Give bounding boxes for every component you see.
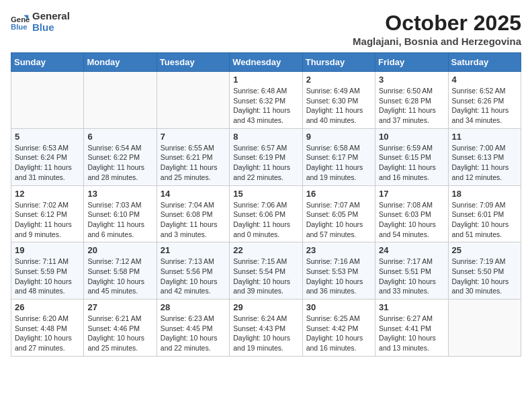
calendar-week-row: 26Sunrise: 6:20 AM Sunset: 4:48 PM Dayli…: [11, 300, 521, 357]
logo-text-general: General: [32, 11, 70, 22]
day-number: 7: [161, 132, 226, 142]
calendar-day: 5Sunrise: 6:53 AM Sunset: 6:24 PM Daylig…: [11, 128, 84, 185]
day-info: Sunrise: 6:55 AM Sunset: 6:21 PM Dayligh…: [161, 143, 226, 183]
title-block: October 2025 Maglajani, Bosnia and Herze…: [353, 11, 521, 47]
calendar-day: 16Sunrise: 7:07 AM Sunset: 6:05 PM Dayli…: [302, 185, 375, 242]
calendar-day: 3Sunrise: 6:50 AM Sunset: 6:28 PM Daylig…: [375, 72, 448, 129]
day-info: Sunrise: 7:06 AM Sunset: 6:06 PM Dayligh…: [233, 200, 298, 240]
calendar-day: 6Sunrise: 6:54 AM Sunset: 6:22 PM Daylig…: [84, 128, 157, 185]
svg-text:Blue: Blue: [11, 22, 28, 30]
day-number: 12: [15, 189, 80, 199]
day-info: Sunrise: 6:59 AM Sunset: 6:15 PM Dayligh…: [379, 143, 444, 183]
day-info: Sunrise: 6:25 AM Sunset: 4:42 PM Dayligh…: [306, 314, 371, 353]
calendar-day: 4Sunrise: 6:52 AM Sunset: 6:26 PM Daylig…: [448, 72, 521, 129]
day-number: 28: [161, 302, 226, 312]
day-number: 26: [15, 302, 80, 312]
calendar-day: 28Sunrise: 6:23 AM Sunset: 4:45 PM Dayli…: [157, 300, 229, 357]
calendar-empty: [448, 300, 521, 357]
calendar-week-row: 19Sunrise: 7:11 AM Sunset: 5:59 PM Dayli…: [11, 242, 521, 300]
day-info: Sunrise: 6:27 AM Sunset: 4:41 PM Dayligh…: [379, 314, 444, 353]
day-number: 24: [379, 245, 444, 255]
day-info: Sunrise: 6:20 AM Sunset: 4:48 PM Dayligh…: [15, 314, 80, 353]
calendar-day: 20Sunrise: 7:12 AM Sunset: 5:58 PM Dayli…: [84, 242, 157, 300]
calendar-week-row: 1Sunrise: 6:48 AM Sunset: 6:32 PM Daylig…: [11, 72, 521, 129]
calendar-day: 26Sunrise: 6:20 AM Sunset: 4:48 PM Dayli…: [11, 300, 84, 357]
calendar-day: 14Sunrise: 7:04 AM Sunset: 6:08 PM Dayli…: [157, 185, 229, 242]
day-number: 6: [87, 132, 152, 142]
weekday-header: Monday: [84, 53, 157, 72]
day-number: 20: [87, 245, 152, 255]
day-info: Sunrise: 6:53 AM Sunset: 6:24 PM Dayligh…: [15, 143, 80, 183]
weekday-header: Tuesday: [157, 53, 229, 72]
calendar-day: 15Sunrise: 7:06 AM Sunset: 6:06 PM Dayli…: [230, 185, 302, 242]
calendar-day: 29Sunrise: 6:24 AM Sunset: 4:43 PM Dayli…: [230, 300, 302, 357]
calendar-day: 21Sunrise: 7:13 AM Sunset: 5:56 PM Dayli…: [157, 242, 229, 300]
day-number: 18: [452, 189, 517, 199]
calendar-empty: [11, 72, 84, 129]
day-number: 29: [233, 302, 298, 312]
calendar-day: 7Sunrise: 6:55 AM Sunset: 6:21 PM Daylig…: [157, 128, 229, 185]
day-info: Sunrise: 6:24 AM Sunset: 4:43 PM Dayligh…: [233, 314, 298, 353]
day-number: 5: [15, 132, 80, 142]
day-number: 30: [306, 302, 371, 312]
day-info: Sunrise: 6:23 AM Sunset: 4:45 PM Dayligh…: [161, 314, 226, 353]
day-info: Sunrise: 7:09 AM Sunset: 6:01 PM Dayligh…: [452, 200, 517, 240]
day-info: Sunrise: 7:08 AM Sunset: 6:03 PM Dayligh…: [379, 200, 444, 240]
day-info: Sunrise: 7:07 AM Sunset: 6:05 PM Dayligh…: [306, 200, 371, 240]
calendar-header-row: SundayMondayTuesdayWednesdayThursdayFrid…: [11, 53, 521, 72]
calendar-day: 2Sunrise: 6:49 AM Sunset: 6:30 PM Daylig…: [302, 72, 375, 129]
page-header: General Blue General Blue October 2025 M…: [11, 11, 521, 47]
day-info: Sunrise: 7:17 AM Sunset: 5:51 PM Dayligh…: [379, 257, 444, 296]
day-number: 31: [379, 302, 444, 312]
calendar-day: 17Sunrise: 7:08 AM Sunset: 6:03 PM Dayli…: [375, 185, 448, 242]
day-number: 8: [233, 132, 298, 142]
calendar-day: 31Sunrise: 6:27 AM Sunset: 4:41 PM Dayli…: [375, 300, 448, 357]
weekday-header: Thursday: [302, 53, 375, 72]
logo: General Blue General Blue: [11, 11, 70, 33]
weekday-header: Friday: [375, 53, 448, 72]
day-number: 16: [306, 189, 371, 199]
day-number: 21: [161, 245, 226, 255]
day-info: Sunrise: 7:00 AM Sunset: 6:13 PM Dayligh…: [452, 143, 517, 183]
day-number: 3: [379, 75, 444, 85]
day-number: 9: [306, 132, 371, 142]
day-number: 13: [87, 189, 152, 199]
day-number: 25: [452, 245, 517, 255]
day-number: 15: [233, 189, 298, 199]
day-number: 27: [87, 302, 152, 312]
day-info: Sunrise: 6:54 AM Sunset: 6:22 PM Dayligh…: [87, 143, 152, 183]
day-info: Sunrise: 6:21 AM Sunset: 4:46 PM Dayligh…: [87, 314, 152, 353]
calendar-week-row: 5Sunrise: 6:53 AM Sunset: 6:24 PM Daylig…: [11, 128, 521, 185]
calendar-day: 19Sunrise: 7:11 AM Sunset: 5:59 PM Dayli…: [11, 242, 84, 300]
calendar-day: 9Sunrise: 6:58 AM Sunset: 6:17 PM Daylig…: [302, 128, 375, 185]
weekday-header: Saturday: [448, 53, 521, 72]
logo-text-blue: Blue: [32, 22, 70, 34]
day-info: Sunrise: 6:52 AM Sunset: 6:26 PM Dayligh…: [452, 86, 517, 126]
calendar-day: 18Sunrise: 7:09 AM Sunset: 6:01 PM Dayli…: [448, 185, 521, 242]
day-info: Sunrise: 7:12 AM Sunset: 5:58 PM Dayligh…: [87, 257, 152, 296]
day-info: Sunrise: 7:02 AM Sunset: 6:12 PM Dayligh…: [15, 200, 80, 240]
day-number: 22: [233, 245, 298, 255]
calendar-empty: [84, 72, 157, 129]
calendar-day: 10Sunrise: 6:59 AM Sunset: 6:15 PM Dayli…: [375, 128, 448, 185]
calendar-day: 23Sunrise: 7:16 AM Sunset: 5:53 PM Dayli…: [302, 242, 375, 300]
day-number: 10: [379, 132, 444, 142]
calendar-table: SundayMondayTuesdayWednesdayThursdayFrid…: [11, 52, 521, 357]
month-title: October 2025: [353, 11, 521, 36]
day-number: 1: [233, 75, 298, 85]
weekday-header: Sunday: [11, 53, 84, 72]
calendar-day: 30Sunrise: 6:25 AM Sunset: 4:42 PM Dayli…: [302, 300, 375, 357]
day-info: Sunrise: 7:11 AM Sunset: 5:59 PM Dayligh…: [15, 257, 80, 296]
calendar-empty: [157, 72, 229, 129]
day-number: 4: [452, 75, 517, 85]
day-number: 11: [452, 132, 517, 142]
day-info: Sunrise: 7:04 AM Sunset: 6:08 PM Dayligh…: [161, 200, 226, 240]
day-info: Sunrise: 6:57 AM Sunset: 6:19 PM Dayligh…: [233, 143, 298, 183]
day-info: Sunrise: 6:49 AM Sunset: 6:30 PM Dayligh…: [306, 86, 371, 126]
day-info: Sunrise: 7:16 AM Sunset: 5:53 PM Dayligh…: [306, 257, 371, 296]
day-info: Sunrise: 7:19 AM Sunset: 5:50 PM Dayligh…: [452, 257, 517, 296]
day-info: Sunrise: 7:15 AM Sunset: 5:54 PM Dayligh…: [233, 257, 298, 296]
calendar-day: 22Sunrise: 7:15 AM Sunset: 5:54 PM Dayli…: [230, 242, 302, 300]
calendar-day: 13Sunrise: 7:03 AM Sunset: 6:10 PM Dayli…: [84, 185, 157, 242]
day-info: Sunrise: 7:03 AM Sunset: 6:10 PM Dayligh…: [87, 200, 152, 240]
